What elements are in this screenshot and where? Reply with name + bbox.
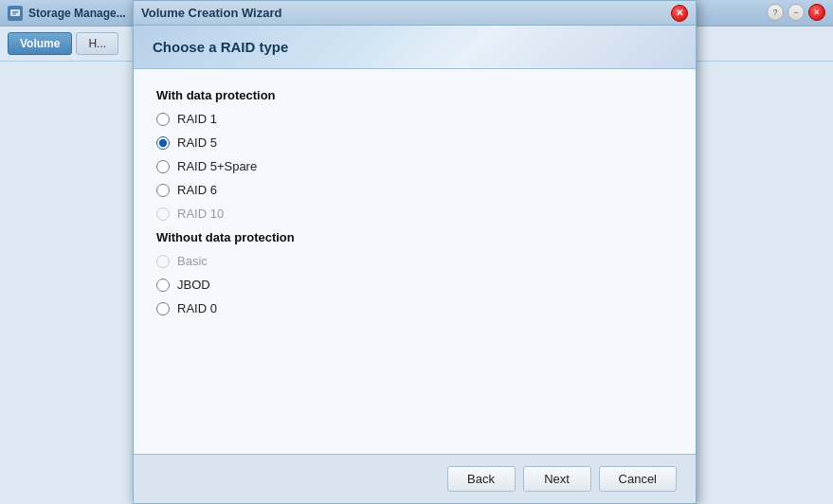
- raid5-radio[interactable]: [156, 136, 170, 150]
- svg-rect-2: [12, 13, 16, 14]
- dialog-titlebar: Volume Creation Wizard ✕: [134, 1, 696, 26]
- dialog-footer: Back Next Cancel: [134, 454, 696, 503]
- basic-option: Basic: [156, 254, 673, 268]
- dialog-header: Choose a RAID type: [134, 26, 696, 69]
- svg-rect-1: [12, 11, 18, 13]
- raid5spare-radio[interactable]: [156, 160, 170, 173]
- raid1-option: RAID 1: [156, 112, 673, 126]
- dialog-close-button[interactable]: ✕: [671, 5, 688, 22]
- raid1-radio[interactable]: [156, 113, 170, 126]
- raid0-label[interactable]: RAID 0: [177, 301, 217, 315]
- basic-radio[interactable]: [156, 255, 170, 268]
- raid5spare-option: RAID 5+Spare: [156, 159, 673, 173]
- raid6-radio[interactable]: [156, 184, 170, 197]
- section-with-protection-title: With data protection: [156, 88, 673, 102]
- next-button[interactable]: Next: [523, 466, 591, 492]
- volume-creation-dialog: Volume Creation Wizard ✕ Choose a RAID t…: [133, 0, 697, 504]
- jbod-option: JBOD: [156, 278, 673, 292]
- dialog-header-title: Choose a RAID type: [153, 39, 677, 55]
- raid0-radio[interactable]: [156, 302, 170, 315]
- raid5-option: RAID 5: [156, 135, 673, 150]
- raid10-option: RAID 10: [156, 207, 673, 221]
- section-without-protection-title: Without data protection: [156, 230, 673, 244]
- help-button[interactable]: ?: [767, 4, 784, 21]
- minimize-button[interactable]: −: [788, 4, 805, 21]
- app-controls: ? − ✕: [767, 4, 825, 21]
- raid5-label[interactable]: RAID 5: [177, 135, 217, 150]
- raid0-option: RAID 0: [156, 301, 673, 315]
- dialog-title: Volume Creation Wizard: [141, 6, 671, 20]
- raid10-label[interactable]: RAID 10: [177, 207, 224, 221]
- app-icon: [8, 6, 23, 21]
- cancel-button[interactable]: Cancel: [599, 466, 677, 492]
- raid6-label[interactable]: RAID 6: [177, 183, 217, 197]
- app-close-button[interactable]: ✕: [808, 4, 825, 21]
- dialog-close-icon: ✕: [676, 8, 683, 18]
- tab-volume[interactable]: Volume: [8, 32, 72, 55]
- raid1-label[interactable]: RAID 1: [177, 112, 217, 126]
- basic-label[interactable]: Basic: [177, 254, 208, 268]
- raid10-radio[interactable]: [156, 207, 170, 221]
- dialog-content: With data protection RAID 1 RAID 5 RAID …: [134, 69, 696, 454]
- raid6-option: RAID 6: [156, 183, 673, 197]
- jbod-label[interactable]: JBOD: [177, 278, 210, 292]
- back-button[interactable]: Back: [447, 466, 516, 492]
- tab-h[interactable]: H...: [76, 32, 118, 55]
- raid5spare-label[interactable]: RAID 5+Spare: [177, 159, 257, 173]
- app-title: Storage Manage...: [28, 7, 126, 20]
- jbod-radio[interactable]: [156, 279, 170, 292]
